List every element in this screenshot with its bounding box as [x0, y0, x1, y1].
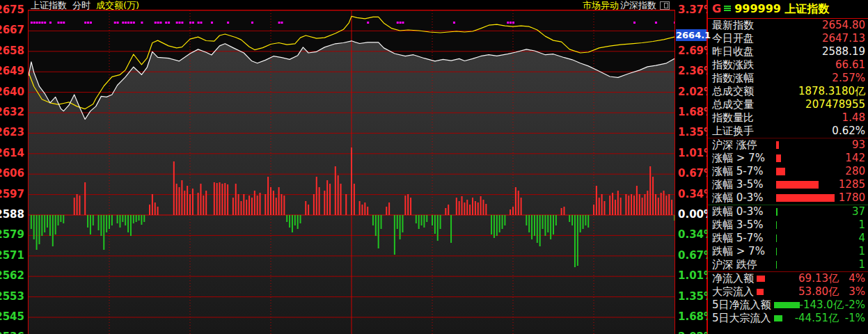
volume-bar-down	[494, 215, 495, 238]
market-alert-dot	[211, 22, 213, 24]
price-axis-label: 2545	[0, 310, 24, 323]
row-label: 总成交量	[712, 98, 754, 111]
volume-bar-up	[335, 166, 336, 215]
volume-bar-up	[642, 198, 643, 215]
breadth-row[interactable]: 跌幅 5-7%4	[708, 232, 868, 245]
breadth-row[interactable]: 涨幅 > 7%142	[708, 152, 868, 165]
money-flow-row[interactable]: 大宗流入53.80亿3%	[708, 285, 868, 299]
market-alert-dot	[155, 22, 157, 24]
volume-bar-down	[41, 215, 42, 236]
advance-breadth-rows: 沪深 涨停93涨幅 > 7%142涨幅 5-7%280涨幅 3-5%1285涨幅…	[708, 138, 868, 205]
row-value: 1878.3180亿	[798, 85, 865, 98]
volume-bar-down	[397, 215, 398, 229]
breadth-row[interactable]: 跌幅 0-3%37	[708, 205, 868, 218]
volume-bar-up	[359, 201, 361, 215]
volume-bar-down	[502, 215, 503, 229]
market-alert-dot	[36, 22, 38, 24]
breadth-row[interactable]: 沪深 涨停93	[708, 138, 868, 152]
row-label: 跌幅 3-5%	[712, 218, 773, 232]
row-value: 2647.13	[822, 32, 865, 45]
price-axis-label: 2640	[0, 86, 24, 98]
intraday-chart[interactable]	[28, 10, 675, 334]
market-alert-dot	[198, 22, 200, 24]
volume-bar-up	[625, 194, 626, 215]
money-flow-row[interactable]: 净流入额69.13亿4%	[708, 272, 868, 285]
flow-bar	[774, 302, 800, 308]
popup-window-icon[interactable]	[660, 1, 670, 10]
volume-bar-up	[324, 191, 325, 215]
volume-bar-down	[143, 215, 145, 222]
volume-bar-up	[340, 184, 342, 215]
row-label: 涨幅 0-3%	[712, 191, 773, 205]
market-alert-dot	[507, 22, 509, 24]
volume-bar-up	[661, 193, 662, 215]
volume-bar-up	[515, 187, 516, 215]
volume-bar-down	[526, 215, 527, 225]
volume-bar-up	[652, 177, 654, 215]
volume-bar-up	[388, 202, 390, 215]
volume-bar-down	[587, 215, 589, 228]
volume-bar-up	[192, 189, 194, 215]
volume-bar-up	[459, 201, 460, 215]
volume-bar-down	[437, 215, 439, 241]
breadth-row[interactable]: 涨幅 3-5%1285	[708, 178, 868, 191]
market-alert-dot	[168, 22, 170, 24]
price-axis-label: 2579	[0, 228, 24, 241]
volume-bar-down	[33, 215, 35, 239]
volume-bar-up	[181, 180, 182, 215]
market-alert-toggle[interactable]: 市场异动	[583, 1, 619, 10]
row-value: 207478955	[805, 98, 865, 111]
volume-bar-down	[547, 215, 549, 232]
price-axis-label: 2536	[0, 331, 24, 334]
market-alert-dot	[453, 22, 455, 24]
row-label: 跌幅 0-3%	[712, 205, 773, 218]
breadth-row[interactable]: 涨幅 0-3%1780	[708, 191, 868, 205]
volume-bar-down	[52, 215, 54, 246]
quote-row: 昨日收盘2588.19	[708, 45, 868, 58]
price-axis: 2675266726582649264026322623261426062597…	[0, 0, 26, 334]
market-alert-dot	[674, 22, 674, 24]
breadth-row[interactable]: 跌幅 > 7%1	[708, 245, 868, 258]
row-value: 1	[858, 258, 865, 271]
breadth-row[interactable]: 涨幅 5-7%280	[708, 165, 868, 178]
chart-header-right: 市场异动 沪深指数	[583, 1, 670, 10]
list-icon	[724, 5, 731, 12]
breadth-row[interactable]: 沪深 跌停1	[708, 258, 868, 271]
volume-bar-up	[596, 186, 597, 215]
money-flow-row[interactable]: 5日净流入额-143.0亿-2%	[708, 299, 868, 312]
quote-row: 上证换手0.62%	[708, 125, 868, 138]
volume-bar-up	[179, 187, 180, 215]
breadth-row[interactable]: 跌幅 3-5%1	[708, 218, 868, 232]
volume-bar-down	[400, 215, 401, 239]
volume-bar-up	[518, 191, 519, 215]
flow-value: -143.0亿	[800, 299, 844, 312]
market-alert-dot	[278, 22, 281, 24]
breadth-bar	[776, 221, 777, 229]
market-alert-dot	[159, 22, 161, 24]
quote-source-flag: G	[712, 2, 721, 15]
market-alert-dot	[117, 22, 119, 24]
volume-bar-down	[499, 215, 500, 232]
volume-bar-up	[351, 148, 352, 215]
flow-value: -44.51亿	[787, 312, 839, 325]
volume-bar-up	[445, 208, 446, 215]
volume-bar-down	[130, 215, 132, 236]
row-value: 0.62%	[832, 125, 865, 138]
volume-bar-down	[375, 215, 377, 236]
chart-title-group: 上证指数分时成交额(万)	[31, 1, 145, 10]
volume-bar-up	[510, 209, 511, 215]
price-axis-label: 2649	[0, 65, 24, 77]
volume-bar-up	[216, 183, 218, 215]
tab-intraday[interactable]: 分时	[72, 0, 90, 10]
volume-bar-up	[609, 196, 610, 215]
quote-row: 指数量比1.48	[708, 111, 868, 125]
volume-bar-up	[485, 204, 487, 215]
money-flow-row[interactable]: 5日大宗流入-44.51亿-1%	[708, 312, 868, 325]
volume-bar-up	[232, 198, 234, 215]
volume-bar-down	[583, 215, 584, 229]
volume-bar-up	[668, 194, 670, 215]
stock-selector[interactable]: G999999 上证指数	[708, 0, 868, 18]
price-axis-label: 2553	[0, 290, 24, 303]
index-switch-button[interactable]: 沪深指数	[620, 1, 656, 10]
volume-bar-up	[77, 194, 78, 215]
